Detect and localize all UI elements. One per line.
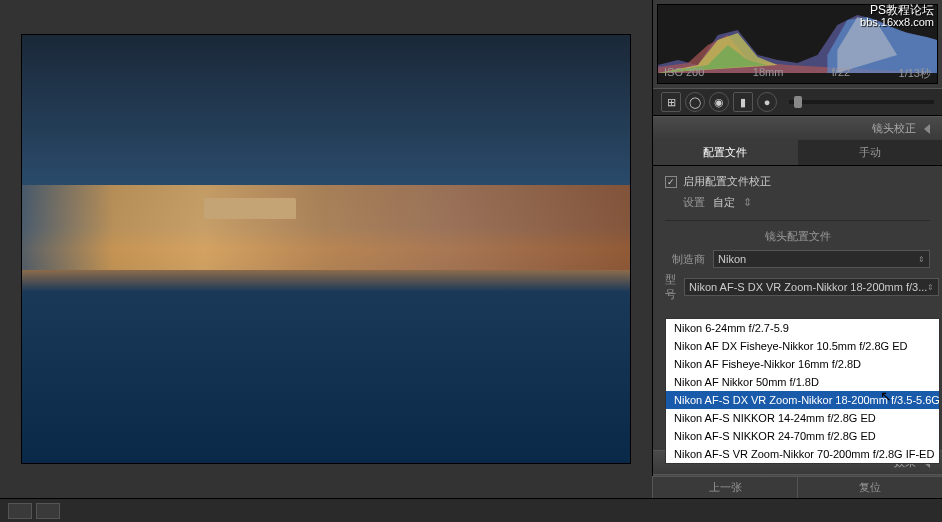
lens-correction-header[interactable]: 镜头校正 — [653, 116, 942, 140]
reset-button[interactable]: 复位 — [797, 477, 942, 498]
histo-iso: ISO 200 — [664, 66, 704, 81]
brush-tool-icon[interactable]: ● — [757, 92, 777, 112]
maker-label: 制造商 — [665, 252, 705, 267]
model-label: 型号 — [665, 272, 676, 302]
nav-button-row: 上一张 复位 — [652, 476, 942, 498]
setting-label: 设置 — [665, 195, 705, 210]
lens-tabs: 配置文件 手动 — [653, 140, 942, 166]
histo-aperture: f/22 — [832, 66, 850, 81]
dropdown-arrow-icon: ⇕ — [918, 255, 925, 264]
profile-subsection-title: 镜头配置文件 — [665, 229, 930, 244]
lens-correction-label: 镜头校正 — [872, 121, 916, 136]
dropdown-option[interactable]: Nikon AF Fisheye-Nikkor 16mm f/2.8D — [666, 355, 939, 373]
prev-button[interactable]: 上一张 — [652, 477, 797, 498]
histo-focal: 18mm — [753, 66, 784, 81]
dropdown-option[interactable]: Nikon AF-S NIKKOR 24-70mm f/2.8G ED — [666, 427, 939, 445]
maker-value: Nikon — [718, 253, 746, 265]
tool-strip: ⊞ ◯ ◉ ▮ ● — [653, 88, 942, 116]
enable-profile-checkbox[interactable]: ✓ — [665, 176, 677, 188]
gradient-tool-icon[interactable]: ▮ — [733, 92, 753, 112]
dropdown-option[interactable]: Nikon AF-S DX VR Zoom-Nikkor 18-200mm f/… — [666, 391, 939, 409]
redeye-tool-icon[interactable]: ◉ — [709, 92, 729, 112]
dropdown-option[interactable]: Nikon AF DX Fisheye-Nikkor 10.5mm f/2.8G… — [666, 337, 939, 355]
setting-arrows-icon[interactable]: ⇕ — [743, 196, 752, 209]
model-select[interactable]: Nikon AF-S DX VR Zoom-Nikkor 18-200mm f/… — [684, 278, 939, 296]
maker-select[interactable]: Nikon ⇕ — [713, 250, 930, 268]
bottom-toolbar — [0, 498, 942, 522]
mouse-cursor-icon: ↖ — [880, 388, 892, 404]
slider-thumb-icon[interactable] — [794, 96, 802, 108]
enable-profile-label: 启用配置文件校正 — [683, 174, 771, 189]
crop-tool-icon[interactable]: ⊞ — [661, 92, 681, 112]
model-value: Nikon AF-S DX VR Zoom-Nikkor 18-200mm f/… — [689, 281, 927, 293]
dropdown-option[interactable]: Nikon AF-S VR Zoom-Nikkor 70-200mm f/2.8… — [666, 445, 939, 463]
dropdown-arrow-icon: ⇕ — [927, 283, 934, 292]
histo-shutter: 1/13秒 — [899, 66, 931, 81]
spot-tool-icon[interactable]: ◯ — [685, 92, 705, 112]
view-mode-button[interactable] — [8, 503, 32, 519]
lens-model-dropdown: Nikon 6-24mm f/2.7-5.9Nikon AF DX Fishey… — [665, 318, 940, 464]
dropdown-option[interactable]: Nikon AF Nikkor 50mm f/1.8D — [666, 373, 939, 391]
dropdown-option[interactable]: Nikon 6-24mm f/2.7-5.9 — [666, 319, 939, 337]
tab-manual[interactable]: 手动 — [798, 140, 943, 165]
tool-slider[interactable] — [789, 100, 934, 104]
watermark-line2: bbs.16xx8.com — [860, 16, 934, 28]
lens-profile-section: ✓ 启用配置文件校正 设置 自定 ⇕ 镜头配置文件 制造商 Nikon ⇕ — [653, 166, 942, 314]
view-mode-button-2[interactable] — [36, 503, 60, 519]
dropdown-option[interactable]: Nikon AF-S NIKKOR 14-24mm f/2.8G ED — [666, 409, 939, 427]
setting-value[interactable]: 自定 — [713, 195, 735, 210]
preview-area — [0, 0, 652, 498]
enable-profile-row: ✓ 启用配置文件校正 — [665, 174, 930, 189]
photo-preview[interactable] — [21, 34, 631, 464]
collapse-triangle-icon — [924, 124, 930, 134]
tab-profile[interactable]: 配置文件 — [653, 140, 798, 165]
